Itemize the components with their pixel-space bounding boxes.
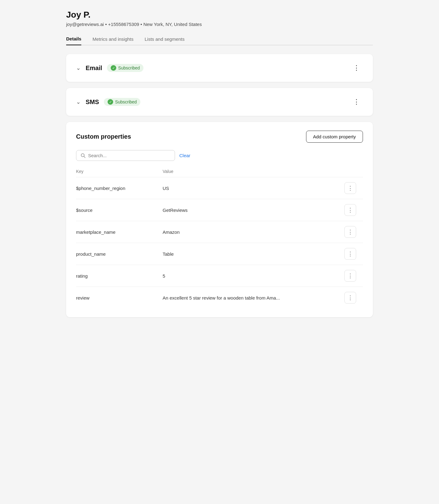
sms-status-label: Subscribed — [115, 99, 137, 104]
property-key: $phone_number_region — [76, 186, 163, 191]
property-value: US — [163, 186, 344, 191]
page-container: Joy P. joy@getreviews.ai • +15558675309 … — [59, 0, 380, 333]
search-row: Clear — [76, 150, 363, 161]
sms-subscription-title: SMS — [86, 99, 99, 106]
table-row: marketplace_name Amazon ⋮ — [76, 221, 363, 243]
property-value: Table — [163, 251, 344, 257]
add-custom-property-button[interactable]: Add custom property — [306, 131, 363, 143]
custom-properties-card: Custom properties Add custom property Cl… — [66, 122, 373, 317]
tab-metrics[interactable]: Metrics and insights — [92, 33, 134, 45]
clear-button[interactable]: Clear — [179, 153, 190, 158]
row-menu-button[interactable]: ⋮ — [344, 292, 356, 304]
tab-lists[interactable]: Lists and segments — [145, 33, 185, 45]
custom-properties-title: Custom properties — [76, 133, 131, 140]
search-input[interactable] — [88, 153, 170, 158]
user-meta: joy@getreviews.ai • +15558675309 • New Y… — [66, 22, 373, 27]
user-phone: +15558675309 — [108, 22, 139, 27]
table-row: rating 5 ⋮ — [76, 265, 363, 287]
email-check-icon: ✓ — [111, 65, 116, 71]
table-row: review An excellent 5 star review for a … — [76, 287, 363, 309]
search-wrapper — [76, 150, 175, 161]
row-menu-button[interactable]: ⋮ — [344, 248, 356, 260]
tabs-bar: Details Metrics and insights Lists and s… — [66, 33, 373, 45]
row-menu-button[interactable]: ⋮ — [344, 204, 356, 216]
table-row: $source GetReviews ⋮ — [76, 199, 363, 221]
user-name: Joy P. — [66, 10, 373, 20]
sms-status-badge: ✓ Subscribed — [104, 98, 140, 106]
svg-line-1 — [84, 156, 85, 158]
property-value: An excellent 5 star review for a wooden … — [163, 295, 344, 300]
properties-table: Key Value $phone_number_region US ⋮ $sou… — [76, 167, 363, 309]
email-status-label: Subscribed — [118, 65, 140, 70]
table-row: product_name Table ⋮ — [76, 243, 363, 265]
email-subscription-card: ⌄ Email ✓ Subscribed ⋮ — [66, 54, 373, 82]
sms-check-icon: ✓ — [108, 99, 113, 105]
row-menu-button[interactable]: ⋮ — [344, 270, 356, 282]
sms-menu-button[interactable]: ⋮ — [351, 97, 363, 107]
table-row: $phone_number_region US ⋮ — [76, 177, 363, 199]
property-value: 5 — [163, 273, 344, 279]
property-key: product_name — [76, 251, 163, 257]
email-subscription-title: Email — [86, 65, 102, 72]
user-email: joy@getreviews.ai — [66, 22, 104, 27]
property-key: rating — [76, 273, 163, 279]
property-value: GetReviews — [163, 208, 344, 213]
col-value-header: Value — [163, 169, 344, 174]
row-menu-button[interactable]: ⋮ — [344, 182, 356, 194]
custom-properties-header: Custom properties Add custom property — [76, 131, 363, 143]
email-chevron-icon[interactable]: ⌄ — [76, 65, 81, 71]
property-value: Amazon — [163, 229, 344, 235]
col-key-header: Key — [76, 169, 163, 174]
user-header: Joy P. joy@getreviews.ai • +15558675309 … — [66, 10, 373, 27]
tab-details[interactable]: Details — [66, 33, 81, 45]
email-menu-button[interactable]: ⋮ — [351, 63, 363, 73]
table-header: Key Value — [76, 167, 363, 177]
property-key: $source — [76, 208, 163, 213]
email-status-badge: ✓ Subscribed — [107, 64, 143, 72]
user-location: New York, NY, United States — [143, 22, 202, 27]
property-key: review — [76, 295, 163, 300]
search-icon — [81, 153, 86, 158]
sms-chevron-icon[interactable]: ⌄ — [76, 99, 81, 105]
row-menu-button[interactable]: ⋮ — [344, 226, 356, 238]
sms-subscription-card: ⌄ SMS ✓ Subscribed ⋮ — [66, 88, 373, 116]
property-key: marketplace_name — [76, 229, 163, 235]
